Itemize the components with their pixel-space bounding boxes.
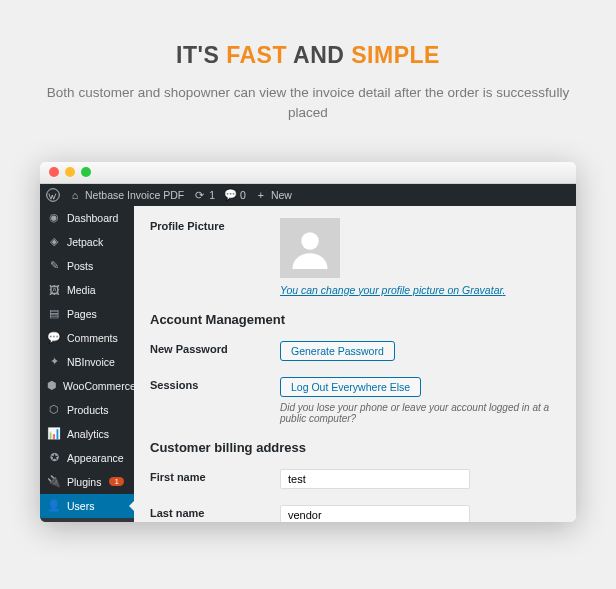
wp-admin-bar: ⌂ Netbase Invoice PDF ⟳ 1 💬 0 + New xyxy=(40,184,576,206)
account-management-heading: Account Management xyxy=(150,312,560,327)
plugins-icon: 🔌 xyxy=(47,475,61,489)
media-icon: 🖼 xyxy=(47,283,61,297)
nbinvoice-icon: ✦ xyxy=(47,355,61,369)
comment-icon: 💬 xyxy=(47,331,61,345)
last-name-input[interactable] xyxy=(280,505,470,522)
page-icon: ▤ xyxy=(47,307,61,321)
wordpress-icon[interactable] xyxy=(46,188,60,202)
last-name-label: Last name xyxy=(150,505,280,519)
home-icon: ⌂ xyxy=(68,188,82,202)
sidebar-item-label: Comments xyxy=(67,332,118,344)
sidebar-item-comments[interactable]: 💬Comments xyxy=(40,326,134,350)
sidebar-item-users[interactable]: 👤Users xyxy=(40,494,134,518)
minimize-icon[interactable] xyxy=(65,167,75,177)
appearance-icon: ✪ xyxy=(47,451,61,465)
sidebar-item-label: Appearance xyxy=(67,452,124,464)
sidebar-item-label: Dashboard xyxy=(67,212,118,224)
billing-heading: Customer billing address xyxy=(150,440,560,455)
sidebar-item-plugins[interactable]: 🔌Plugins1 xyxy=(40,470,134,494)
sidebar-item-label: Media xyxy=(67,284,96,296)
generate-password-button[interactable]: Generate Password xyxy=(280,341,395,361)
pin-icon: ✎ xyxy=(47,259,61,273)
sessions-label: Sessions xyxy=(150,377,280,391)
updates-count[interactable]: ⟳ 1 xyxy=(192,188,215,202)
sidebar-item-dashboard[interactable]: ◉Dashboard xyxy=(40,206,134,230)
subheadline: Both customer and shopowner can view the… xyxy=(30,83,586,124)
site-name[interactable]: ⌂ Netbase Invoice PDF xyxy=(68,188,184,202)
woo-icon: ⬢ xyxy=(47,379,57,393)
sidebar-item-label: Plugins xyxy=(67,476,101,488)
admin-sidebar: ◉Dashboard◈Jetpack✎Posts🖼Media▤Pages💬Com… xyxy=(40,206,134,522)
sidebar-item-label: Users xyxy=(67,500,94,512)
comments-count[interactable]: 💬 0 xyxy=(223,188,246,202)
sidebar-item-media[interactable]: 🖼Media xyxy=(40,278,134,302)
content-area: Profile Picture You can change your prof… xyxy=(134,206,576,522)
sidebar-item-products[interactable]: ⬡Products xyxy=(40,398,134,422)
new-password-label: New Password xyxy=(150,341,280,355)
sidebar-item-label: WooCommerce xyxy=(63,380,134,392)
logout-everywhere-button[interactable]: Log Out Everywhere Else xyxy=(280,377,421,397)
analytics-icon: 📊 xyxy=(47,427,61,441)
sidebar-item-posts[interactable]: ✎Posts xyxy=(40,254,134,278)
browser-window: ⌂ Netbase Invoice PDF ⟳ 1 💬 0 + New ◉Das… xyxy=(40,162,576,522)
dashboard-icon: ◉ xyxy=(47,211,61,225)
sidebar-item-label: Pages xyxy=(67,308,97,320)
window-titlebar xyxy=(40,162,576,184)
svg-point-1 xyxy=(301,232,319,250)
update-badge: 1 xyxy=(109,477,123,486)
jetpack-icon: ◈ xyxy=(47,235,61,249)
sidebar-item-label: Analytics xyxy=(67,428,109,440)
sidebar-item-pages[interactable]: ▤Pages xyxy=(40,302,134,326)
sidebar-item-jetpack[interactable]: ◈Jetpack xyxy=(40,230,134,254)
sidebar-item-nbinvoice[interactable]: ✦NBInvoice xyxy=(40,350,134,374)
sidebar-item-woocommerce[interactable]: ⬢WooCommerce xyxy=(40,374,134,398)
maximize-icon[interactable] xyxy=(81,167,91,177)
avatar xyxy=(280,218,340,278)
headline: IT'S FAST AND SIMPLE xyxy=(20,42,596,69)
sidebar-item-appearance[interactable]: ✪Appearance xyxy=(40,446,134,470)
sessions-help-text: Did you lose your phone or leave your ac… xyxy=(280,402,560,424)
sidebar-item-label: Products xyxy=(67,404,108,416)
sidebar-item-label: Jetpack xyxy=(67,236,103,248)
plus-icon: + xyxy=(254,188,268,202)
products-icon: ⬡ xyxy=(47,403,61,417)
sidebar-item-analytics[interactable]: 📊Analytics xyxy=(40,422,134,446)
gravatar-link[interactable]: You can change your profile picture on G… xyxy=(280,284,506,296)
users-icon: 👤 xyxy=(47,499,61,513)
new-button[interactable]: + New xyxy=(254,188,292,202)
refresh-icon: ⟳ xyxy=(192,188,206,202)
first-name-label: First name xyxy=(150,469,280,483)
sidebar-item-label: Posts xyxy=(67,260,93,272)
svg-point-0 xyxy=(47,188,60,201)
close-icon[interactable] xyxy=(49,167,59,177)
sidebar-subitem-all-users[interactable]: All Users xyxy=(40,518,134,522)
comment-icon: 💬 xyxy=(223,188,237,202)
first-name-input[interactable] xyxy=(280,469,470,489)
profile-picture-label: Profile Picture xyxy=(150,218,280,232)
sidebar-item-label: NBInvoice xyxy=(67,356,115,368)
